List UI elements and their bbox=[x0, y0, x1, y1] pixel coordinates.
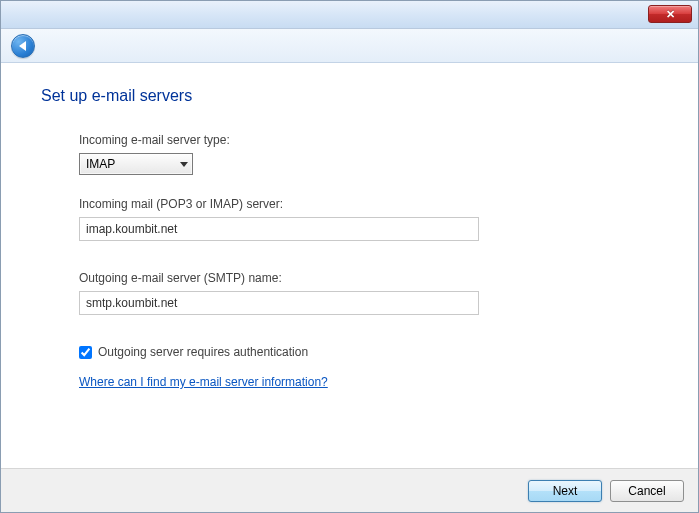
titlebar: ✕ bbox=[1, 1, 698, 29]
back-arrow-icon bbox=[19, 41, 26, 51]
nav-bar bbox=[1, 29, 698, 63]
outgoing-server-label: Outgoing e-mail server (SMTP) name: bbox=[79, 271, 620, 285]
wizard-window: ✕ Set up e-mail servers Incoming e-mail … bbox=[0, 0, 699, 513]
incoming-type-value: IMAP bbox=[86, 157, 115, 171]
incoming-type-select[interactable]: IMAP bbox=[79, 153, 193, 175]
help-link[interactable]: Where can I find my e-mail server inform… bbox=[79, 375, 328, 389]
auth-checkbox[interactable] bbox=[79, 346, 92, 359]
close-button[interactable]: ✕ bbox=[648, 5, 692, 23]
back-button[interactable] bbox=[11, 34, 35, 58]
chevron-down-icon bbox=[180, 162, 188, 167]
page-title: Set up e-mail servers bbox=[41, 87, 658, 105]
auth-checkbox-label[interactable]: Outgoing server requires authentication bbox=[98, 345, 308, 359]
form-area: Incoming e-mail server type: IMAP Incomi… bbox=[41, 133, 658, 389]
auth-checkbox-row: Outgoing server requires authentication bbox=[79, 345, 620, 359]
footer: Next Cancel bbox=[1, 468, 698, 512]
incoming-type-label: Incoming e-mail server type: bbox=[79, 133, 620, 147]
next-button[interactable]: Next bbox=[528, 480, 602, 502]
content-area: Set up e-mail servers Incoming e-mail se… bbox=[1, 63, 698, 468]
outgoing-server-input[interactable] bbox=[79, 291, 479, 315]
cancel-button[interactable]: Cancel bbox=[610, 480, 684, 502]
close-icon: ✕ bbox=[666, 9, 675, 20]
incoming-server-label: Incoming mail (POP3 or IMAP) server: bbox=[79, 197, 620, 211]
incoming-server-input[interactable] bbox=[79, 217, 479, 241]
